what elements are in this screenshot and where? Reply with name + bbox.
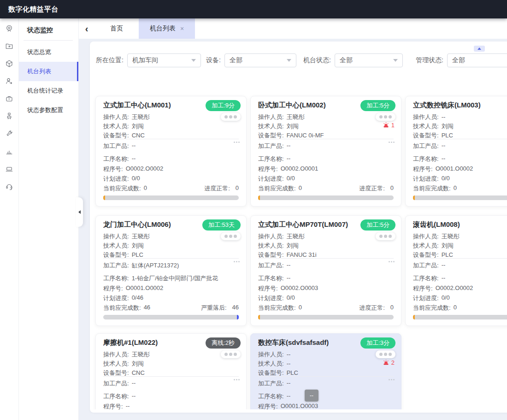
more-menu[interactable] (221, 232, 241, 240)
machine-card[interactable]: 卧式加工中心(LM002) 加工:5分 1 操作人员:王晓彤 技术人员:刘闯 设… (250, 96, 401, 207)
more-menu[interactable] (376, 113, 395, 121)
sidebar-item-machine-list[interactable]: 机台列表 (19, 62, 78, 81)
tab-home[interactable]: 首页 (94, 18, 139, 39)
machine-card[interactable]: 立式加工中心(LM001) 加工:9分 操作人员:王晓彤 技术人员:刘闯 设备型… (95, 96, 247, 207)
box-icon[interactable] (5, 59, 13, 68)
technician-value: 刘闯 (442, 122, 454, 131)
more-dots-icon[interactable] (234, 142, 240, 143)
dot-icon (389, 115, 392, 118)
sidebar-item-status-params[interactable]: 状态参数配置 (19, 101, 78, 120)
technician-value: 刘闯 (287, 122, 299, 131)
more-dots-icon[interactable] (389, 379, 395, 380)
app-window: 数字化精益平台 状态监控 状态总览 机台列表 机台统计记录 状态参数配置 首页 … (0, 0, 507, 420)
more-menu[interactable] (221, 350, 241, 358)
machine-title: 数控车床(sdvfsafsadf) (258, 338, 329, 347)
machine-card[interactable]: 立式加工中心MP70T(LM007) 加工:5分 操作人员:王晓彤 技术人员:刘… (250, 215, 401, 326)
technician-value: 刘闯 (132, 122, 144, 131)
personnel-info: 操作人员:王晓彤 技术人员:刘闯 设备型号:FANUC 31i (258, 232, 317, 260)
technician-label: 技术人员: (258, 122, 284, 131)
machine-card[interactable]: 数控车床(sdvfsafsadf) 加工:3分 2 操作人员:-- 技术人员:-… (250, 333, 401, 409)
due-label: 当前应完成数: (413, 304, 451, 312)
bar-chart-icon[interactable] (5, 147, 13, 155)
personnel-info: 操作人员:王晓彤 技术人员:刘闯 设备型号:PLC (103, 232, 150, 260)
more-dots-icon[interactable] (234, 261, 240, 262)
process-label: 工序名称: (413, 155, 439, 163)
sidebar-item-status-overview[interactable]: 状态总览 (19, 42, 78, 62)
machine-card[interactable]: 滚齿机(LM008) 操作人员:王晓彤 技术人员:刘闯 设备型号:PLC 加工产… (405, 215, 507, 326)
filter-machine-status: 机台状态: 全部 (303, 53, 403, 67)
machine-title: 立式数控铣床(LM003) (413, 101, 481, 110)
icon-rail (0, 18, 19, 420)
technician-label: 技术人员: (103, 359, 129, 368)
progress-bar (413, 315, 507, 319)
monitor-cam-icon[interactable] (5, 24, 13, 33)
status-badge: 离线:2秒 (206, 337, 241, 349)
operator-label: 操作人员: (413, 112, 439, 122)
sidebar-section-title: 状态监控 (19, 18, 78, 40)
dot-icon (379, 353, 383, 356)
technician-label: 技术人员: (258, 359, 284, 368)
progress-status-label: 进度正常: (204, 184, 230, 193)
alarm-indicator[interactable]: 2 (383, 359, 395, 366)
progress-status-label: 进度正常: (359, 184, 385, 193)
due-value: 46 (144, 304, 150, 312)
program-label: 程序号: (258, 402, 278, 409)
sidebar-item-machine-stats[interactable]: 机台统计记录 (19, 81, 78, 101)
machine-icon[interactable] (5, 112, 13, 120)
progress-status: 进度正常:0 (359, 304, 394, 312)
more-menu[interactable] (221, 113, 241, 121)
filter-collapse-button[interactable] (474, 46, 485, 52)
wrench-icon[interactable] (5, 130, 13, 138)
more-menu[interactable] (376, 350, 395, 358)
close-icon[interactable] (180, 25, 184, 32)
alarm-indicator[interactable]: 1 (383, 122, 395, 129)
value-tooltip: -- (305, 390, 318, 402)
operator-label: 操作人员: (103, 232, 129, 241)
operator-value: 王晓彤 (287, 112, 305, 122)
briefcase-icon[interactable] (5, 95, 13, 103)
dot-icon (391, 379, 392, 380)
due-row: 当前应完成数:0 (413, 184, 507, 193)
manage-status-select[interactable]: 全部 (447, 53, 507, 67)
status-badge: 加工:5分 (360, 219, 395, 231)
headset-icon[interactable] (5, 182, 13, 190)
more-dots-icon[interactable] (389, 261, 395, 262)
machine-card[interactable]: 龙门加工中心(LM006) 加工:53天 操作人员:王晓彤 技术人员:刘闯 设备… (95, 215, 247, 326)
menu-collapse-chevron[interactable] (79, 18, 94, 39)
card-divider (103, 376, 239, 377)
siren-icon (383, 122, 389, 129)
location-select[interactable]: 机加车间 (127, 53, 201, 67)
plan-value: 0/0 (442, 175, 450, 183)
due-label: 当前应完成数: (413, 184, 451, 193)
folder-icon[interactable] (5, 42, 13, 50)
more-dots-icon[interactable] (389, 142, 395, 143)
operator-label: 操作人员: (258, 232, 284, 241)
machine-status-select[interactable]: 全部 (335, 53, 403, 67)
more-dots-icon[interactable] (234, 379, 240, 380)
drive-icon[interactable] (5, 165, 13, 173)
device-select[interactable]: 全部 (224, 53, 296, 67)
dot-icon (236, 261, 237, 262)
alarm-count: 1 (391, 122, 395, 129)
operator-value: -- (442, 112, 446, 122)
tab-machine-list[interactable]: 机台列表 (139, 18, 195, 39)
card-divider (413, 258, 507, 259)
machine-title: 立式加工中心MP70T(LM007) (258, 220, 348, 229)
tab-bar: 首页 机台列表 (79, 18, 507, 39)
product-label: 加工产品: (103, 142, 129, 150)
dot-icon (393, 379, 395, 380)
sidebar-divider (24, 40, 73, 41)
more-menu[interactable] (376, 232, 395, 240)
due-value: 0 (454, 304, 457, 312)
plan-label: 计划进度: (413, 175, 439, 183)
machine-card[interactable]: 立式数控铣床(LM003) 操作人员:-- 技术人员:刘闯 设备型号:PLC 加… (405, 96, 507, 207)
dot-icon (384, 353, 387, 356)
progress-status-value: 0 (390, 184, 394, 193)
process-value: -- (287, 274, 291, 283)
card-divider (103, 258, 239, 259)
process-value: -- (132, 392, 136, 401)
due-row: 当前应完成数:0 进度正常:0 (103, 184, 239, 193)
user-icon[interactable] (5, 77, 13, 85)
sidebar-collapse-handle[interactable] (76, 197, 83, 227)
machine-card[interactable]: 摩擦机#1(LM022) 离线:2秒 操作人员:王晓彤 技术人员:刘闯 设备型号… (95, 333, 247, 409)
